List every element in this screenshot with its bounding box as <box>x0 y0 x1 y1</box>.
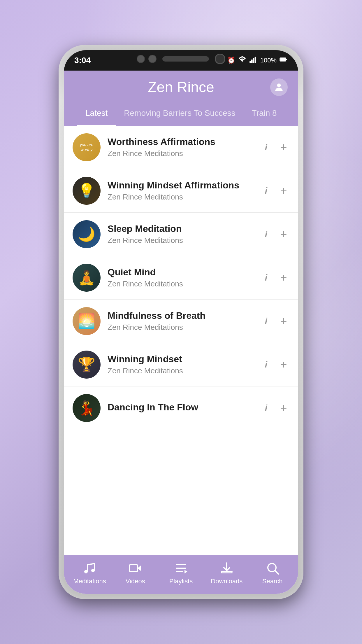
item-title-4: Quiet Mind <box>108 267 253 278</box>
item-title-2: Winning Mindset Affirmations <box>108 180 253 191</box>
phone-hardware-top <box>137 54 225 64</box>
content-area: you are worthy Worthiness Affirmations Z… <box>64 126 298 555</box>
item-actions-3: i + <box>260 228 289 241</box>
item-actions-5: i + <box>260 315 289 328</box>
bottom-navigation: Meditations Videos Playlists <box>64 555 298 594</box>
item-info-1: Worthiness Affirmations Zen Rince Medita… <box>108 136 253 158</box>
item-info-7: Dancing In The Flow <box>108 402 253 414</box>
svg-point-7 <box>277 83 281 87</box>
item-title-5: Mindfulness of Breath <box>108 310 253 321</box>
add-button-3[interactable]: + <box>278 228 289 241</box>
tab-train[interactable]: Train 8 <box>244 102 285 126</box>
status-icons: ⏰ 1 <box>227 55 288 65</box>
tab-latest[interactable]: Latest <box>77 102 116 126</box>
battery-icon <box>280 55 288 65</box>
list-item[interactable]: 💃 Dancing In The Flow i + <box>64 386 298 430</box>
list-item[interactable]: you are worthy Worthiness Affirmations Z… <box>64 126 298 169</box>
item-thumbnail-2: 💡 <box>73 177 101 205</box>
item-thumbnail-6: 🏆 <box>73 351 101 379</box>
svg-rect-1 <box>251 60 253 63</box>
info-button-4[interactable]: i <box>260 273 272 283</box>
item-actions-7: i + <box>260 402 289 415</box>
list-item[interactable]: 🌅 Mindfulness of Breath Zen Rince Medita… <box>64 300 298 343</box>
item-title-7: Dancing In The Flow <box>108 402 253 413</box>
add-button-5[interactable]: + <box>278 315 289 328</box>
nav-videos[interactable]: Videos <box>118 561 153 585</box>
front-camera <box>215 54 225 64</box>
item-subtitle-4: Zen Rince Meditations <box>108 279 253 288</box>
tab-navigation: Latest Removing Barriers To Success Trai… <box>74 102 288 126</box>
playlist-icon <box>174 561 188 575</box>
add-button-6[interactable]: + <box>278 358 289 371</box>
nav-downloads[interactable]: Downloads <box>209 561 244 585</box>
list-item[interactable]: 🌙 Sleep Meditation Zen Rince Meditations… <box>64 213 298 256</box>
nav-playlists-label: Playlists <box>169 578 193 585</box>
music-icon <box>82 561 96 575</box>
alarm-icon: ⏰ <box>227 57 235 64</box>
search-icon <box>266 561 280 575</box>
item-subtitle-2: Zen Rince Meditations <box>108 192 253 202</box>
item-thumbnail-7: 💃 <box>73 394 101 422</box>
camera-dot-right <box>148 55 157 63</box>
item-title-3: Sleep Meditation <box>108 223 253 234</box>
item-actions-4: i + <box>260 271 289 284</box>
phone-frame: 3:04 ⏰ <box>59 45 303 599</box>
item-actions-2: i + <box>260 184 289 197</box>
app-header: Zen Rince Latest Removing Barriers To Su… <box>64 71 298 126</box>
wifi-icon <box>238 55 246 65</box>
add-button-7[interactable]: + <box>278 402 289 415</box>
download-icon <box>220 561 234 575</box>
item-info-5: Mindfulness of Breath Zen Rince Meditati… <box>108 310 253 332</box>
svg-rect-10 <box>129 565 138 572</box>
list-item[interactable]: 🧘 Quiet Mind Zen Rince Meditations i + <box>64 256 298 300</box>
svg-marker-15 <box>184 570 187 573</box>
camera-dot-left <box>137 55 145 63</box>
svg-point-9 <box>91 569 95 572</box>
info-button-7[interactable]: i <box>260 403 272 413</box>
svg-rect-3 <box>254 57 256 63</box>
profile-button[interactable] <box>270 78 288 96</box>
nav-videos-label: Videos <box>126 578 145 585</box>
item-title-6: Winning Mindset <box>108 354 253 365</box>
list-item[interactable]: 💡 Winning Mindset Affirmations Zen Rince… <box>64 169 298 213</box>
svg-rect-0 <box>249 61 251 63</box>
camera-dots <box>137 55 157 63</box>
battery-text: 100% <box>260 57 277 64</box>
info-button-5[interactable]: i <box>260 316 272 326</box>
item-thumbnail-1: you are worthy <box>73 133 101 161</box>
info-button-6[interactable]: i <box>260 360 272 370</box>
item-actions-1: i + <box>260 141 289 154</box>
item-subtitle-1: Zen Rince Meditations <box>108 149 253 158</box>
list-item[interactable]: 🏆 Winning Mindset Zen Rince Meditations … <box>64 343 298 386</box>
item-info-3: Sleep Meditation Zen Rince Meditations <box>108 223 253 245</box>
item-thumbnail-5: 🌅 <box>73 307 101 335</box>
item-subtitle-5: Zen Rince Meditations <box>108 323 253 332</box>
add-button-1[interactable]: + <box>278 141 289 154</box>
info-button-3[interactable]: i <box>260 229 272 239</box>
nav-search-label: Search <box>262 578 283 585</box>
item-info-6: Winning Mindset Zen Rince Meditations <box>108 354 253 375</box>
item-title-1: Worthiness Affirmations <box>108 136 253 147</box>
phone-screen: 3:04 ⏰ <box>64 50 298 594</box>
nav-downloads-label: Downloads <box>211 578 242 585</box>
svg-rect-2 <box>253 58 254 63</box>
item-actions-6: i + <box>260 358 289 371</box>
nav-search[interactable]: Search <box>255 561 290 585</box>
info-button-2[interactable]: i <box>260 186 272 196</box>
nav-playlists[interactable]: Playlists <box>164 561 198 585</box>
info-button-1[interactable]: i <box>260 142 272 152</box>
nav-meditations[interactable]: Meditations <box>72 561 107 585</box>
tab-removing-barriers[interactable]: Removing Barriers To Success <box>116 102 243 126</box>
nav-meditations-label: Meditations <box>73 578 106 585</box>
signal-icon <box>249 55 257 65</box>
item-subtitle-3: Zen Rince Meditations <box>108 236 253 245</box>
svg-point-8 <box>84 570 88 573</box>
item-subtitle-6: Zen Rince Meditations <box>108 366 253 375</box>
status-time: 3:04 <box>74 56 91 65</box>
item-info-2: Winning Mindset Affirmations Zen Rince M… <box>108 180 253 202</box>
add-button-2[interactable]: + <box>278 184 289 197</box>
svg-rect-5 <box>280 58 286 61</box>
svg-rect-6 <box>286 59 287 60</box>
speaker-grille <box>162 56 209 62</box>
add-button-4[interactable]: + <box>278 271 289 284</box>
